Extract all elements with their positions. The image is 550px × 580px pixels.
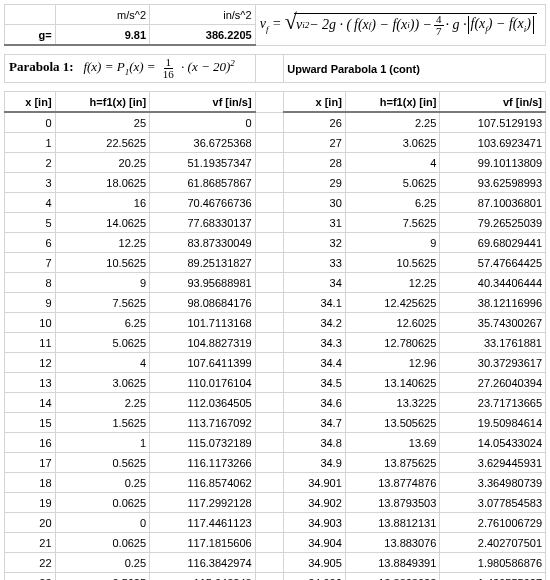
cell[interactable]: 12.780625 <box>345 333 440 353</box>
cell[interactable]: 2.402707501 <box>440 533 546 553</box>
cell[interactable]: 1 <box>55 433 150 453</box>
cell[interactable]: 103.6923471 <box>440 133 546 153</box>
cell[interactable]: 10.5625 <box>345 253 440 273</box>
cell[interactable]: 6 <box>5 233 56 253</box>
cell[interactable]: 3.364980739 <box>440 473 546 493</box>
cell[interactable]: 4 <box>55 353 150 373</box>
cell[interactable]: 4 <box>345 153 440 173</box>
cell[interactable]: 22 <box>5 553 56 573</box>
g-ins2[interactable]: 386.2205 <box>150 25 256 46</box>
cell[interactable]: 3.629445931 <box>440 453 546 473</box>
cell[interactable]: 117.4461123 <box>150 513 256 533</box>
cell[interactable]: 27.26040394 <box>440 373 546 393</box>
cell[interactable]: 110.0176104 <box>150 373 256 393</box>
cell[interactable]: 20.25 <box>55 153 150 173</box>
cell[interactable]: 117.1815606 <box>150 533 256 553</box>
cell[interactable]: 34.902 <box>284 493 346 513</box>
cell[interactable]: 34.6 <box>284 393 346 413</box>
cell[interactable]: 3 <box>5 173 56 193</box>
cell[interactable]: 13.8849391 <box>345 553 440 573</box>
cell[interactable]: 21 <box>5 533 56 553</box>
cell[interactable]: 4 <box>5 193 56 213</box>
cell[interactable]: 15 <box>5 413 56 433</box>
cell[interactable]: 18 <box>5 473 56 493</box>
cell[interactable]: 87.10036801 <box>440 193 546 213</box>
cell[interactable]: 12.96 <box>345 353 440 373</box>
cell[interactable]: 12.25 <box>345 273 440 293</box>
cell[interactable]: 5.0625 <box>55 333 150 353</box>
cell[interactable]: 34.1 <box>284 293 346 313</box>
cell[interactable]: 70.46766736 <box>150 193 256 213</box>
cell[interactable]: 11 <box>5 333 56 353</box>
cell[interactable]: 115.0732189 <box>150 433 256 453</box>
parabola1-title[interactable]: Parabola 1: f(x) = P1(x) = 116 · (x − 20… <box>5 55 256 83</box>
cell[interactable]: 7.5625 <box>345 213 440 233</box>
cell[interactable]: 34.901 <box>284 473 346 493</box>
cell[interactable]: 83.87330049 <box>150 233 256 253</box>
cell[interactable]: 32 <box>284 233 346 253</box>
col-x-left[interactable]: x [in] <box>5 92 56 113</box>
cell[interactable]: 0.0625 <box>55 533 150 553</box>
cell[interactable]: 19.50984614 <box>440 413 546 433</box>
cell[interactable]: 61.86857867 <box>150 173 256 193</box>
cell[interactable]: 29 <box>284 173 346 193</box>
cell[interactable]: 112.0364505 <box>150 393 256 413</box>
cell[interactable]: 69.68029441 <box>440 233 546 253</box>
cell[interactable]: 27 <box>284 133 346 153</box>
cell[interactable]: 0 <box>150 112 256 133</box>
cell[interactable]: 35.74300267 <box>440 313 546 333</box>
cell[interactable]: 9 <box>5 293 56 313</box>
cell[interactable]: 38.12116996 <box>440 293 546 313</box>
cell[interactable]: 116.3842974 <box>150 553 256 573</box>
cell[interactable]: 5 <box>5 213 56 233</box>
cell[interactable]: 2 <box>5 153 56 173</box>
cell[interactable]: 13.505625 <box>345 413 440 433</box>
cell[interactable]: 30 <box>284 193 346 213</box>
col-vf-left[interactable]: vf [in/s] <box>150 92 256 113</box>
col-h-left[interactable]: h=f1(x) [in] <box>55 92 150 113</box>
cell[interactable]: 23 <box>5 573 56 581</box>
cell[interactable]: 13.3225 <box>345 393 440 413</box>
cell[interactable]: 34 <box>284 273 346 293</box>
cell[interactable]: 13.8868023 <box>345 573 440 581</box>
cell[interactable]: 12.425625 <box>345 293 440 313</box>
cell[interactable]: 2.25 <box>345 112 440 133</box>
cell[interactable]: 10.5625 <box>55 253 150 273</box>
cell[interactable]: 13.8774876 <box>345 473 440 493</box>
cell[interactable]: 0 <box>5 112 56 133</box>
unit-ins2[interactable]: in/s^2 <box>150 5 256 25</box>
cell[interactable]: 57.47664425 <box>440 253 546 273</box>
cell[interactable]: 28 <box>284 153 346 173</box>
cell[interactable]: 13.69 <box>345 433 440 453</box>
cell[interactable]: 13.883076 <box>345 533 440 553</box>
cell[interactable]: 25 <box>55 112 150 133</box>
cell[interactable]: 113.7167092 <box>150 413 256 433</box>
cell[interactable]: 117.2992128 <box>150 493 256 513</box>
cell[interactable]: 116.8574062 <box>150 473 256 493</box>
cell[interactable]: 8 <box>5 273 56 293</box>
cell[interactable]: 34.4 <box>284 353 346 373</box>
cell[interactable]: 34.9 <box>284 453 346 473</box>
cell[interactable]: 93.62598993 <box>440 173 546 193</box>
cell[interactable]: 101.7113168 <box>150 313 256 333</box>
cell[interactable]: 13.140625 <box>345 373 440 393</box>
cell[interactable]: 9 <box>345 233 440 253</box>
cell[interactable]: 18.0625 <box>55 173 150 193</box>
cell[interactable]: 34.903 <box>284 513 346 533</box>
cell[interactable]: 14.05433024 <box>440 433 546 453</box>
cell[interactable]: 89.25131827 <box>150 253 256 273</box>
cell[interactable]: 99.10113809 <box>440 153 546 173</box>
cell[interactable]: 107.5129193 <box>440 112 546 133</box>
cell[interactable]: 34.905 <box>284 553 346 573</box>
cell[interactable]: 34.8 <box>284 433 346 453</box>
cell[interactable]: 23.71713665 <box>440 393 546 413</box>
unit-ms2[interactable]: m/s^2 <box>55 5 150 25</box>
cell[interactable]: 1 <box>5 133 56 153</box>
cell[interactable]: 13.875625 <box>345 453 440 473</box>
cell[interactable]: 51.19357347 <box>150 153 256 173</box>
cell[interactable]: 26 <box>284 112 346 133</box>
cell[interactable]: 1.5625 <box>55 413 150 433</box>
col-h-right[interactable]: h=f1(x) [in] <box>345 92 440 113</box>
cell[interactable]: 14.0625 <box>55 213 150 233</box>
cell[interactable]: 9 <box>55 273 150 293</box>
